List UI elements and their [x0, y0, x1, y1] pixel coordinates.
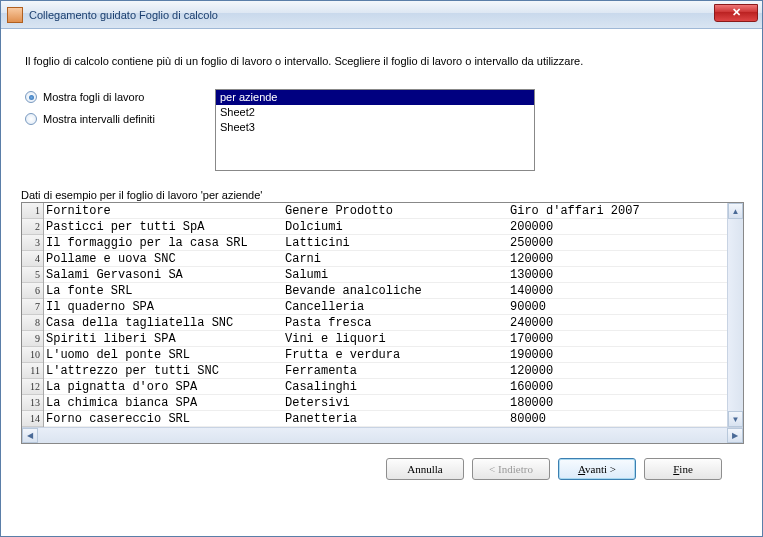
row-header: 2: [22, 219, 43, 235]
cell: L'attrezzo per tutti SNC: [44, 363, 283, 378]
cell: Fornitore: [44, 203, 283, 218]
back-button[interactable]: < Indietro: [472, 458, 550, 480]
next-button[interactable]: Avanti >: [558, 458, 636, 480]
table-row: L'attrezzo per tutti SNCFerramenta120000: [44, 363, 727, 379]
table-row: Forno casereccio SRLPanetteria80000: [44, 411, 727, 427]
row-header: 4: [22, 251, 43, 267]
radio-show-ranges[interactable]: Mostra intervalli definiti: [25, 113, 185, 125]
cell: Casa della tagliatella SNC: [44, 315, 283, 330]
scroll-right-icon[interactable]: ▶: [727, 428, 743, 443]
cell: 180000: [508, 395, 727, 410]
cell: Ferramenta: [283, 363, 508, 378]
cell: 250000: [508, 235, 727, 250]
close-button[interactable]: ✕: [714, 4, 758, 22]
data-cells: FornitoreGenere ProdottoGiro d'affari 20…: [44, 203, 727, 427]
cell: 80000: [508, 411, 727, 426]
cell: Il formaggio per la casa SRL: [44, 235, 283, 250]
cell: Genere Prodotto: [283, 203, 508, 218]
row-header: 8: [22, 315, 43, 331]
row-header: 10: [22, 347, 43, 363]
cell: Giro d'affari 2007: [508, 203, 727, 218]
row-header: 3: [22, 235, 43, 251]
app-icon: [7, 7, 23, 23]
instruction-text: Il foglio di calcolo contiene più di un …: [25, 55, 742, 67]
sheet-list-item[interactable]: Sheet2: [216, 105, 534, 120]
cell: 120000: [508, 251, 727, 266]
sample-data-grid: 1234567891011121314 FornitoreGenere Prod…: [21, 202, 744, 444]
cell: 200000: [508, 219, 727, 234]
sheet-list-item[interactable]: Sheet3: [216, 120, 534, 135]
scroll-up-icon[interactable]: ▲: [728, 203, 743, 219]
cell: Latticini: [283, 235, 508, 250]
row-header: 7: [22, 299, 43, 315]
cell: Il quaderno SPA: [44, 299, 283, 314]
finish-button[interactable]: Fine: [644, 458, 722, 480]
sheet-listbox[interactable]: per aziendeSheet2Sheet3: [215, 89, 535, 171]
table-row: Spiriti liberi SPAVini e liquori170000: [44, 331, 727, 347]
wizard-footer: Annulla < Indietro Avanti > Fine: [21, 444, 742, 480]
cell: 120000: [508, 363, 727, 378]
sheet-list-item[interactable]: per aziende: [216, 90, 534, 105]
row-header: 12: [22, 379, 43, 395]
cell: Casalinghi: [283, 379, 508, 394]
row-header: 11: [22, 363, 43, 379]
vertical-scrollbar[interactable]: ▲ ▼: [727, 203, 743, 427]
cell: Vini e liquori: [283, 331, 508, 346]
cell: 190000: [508, 347, 727, 362]
sample-data-label: Dati di esempio per il foglio di lavoro …: [21, 189, 742, 201]
cell: 240000: [508, 315, 727, 330]
cell: Pasta fresca: [283, 315, 508, 330]
cell: 140000: [508, 283, 727, 298]
row-header: 13: [22, 395, 43, 411]
cell: 160000: [508, 379, 727, 394]
cell: Carni: [283, 251, 508, 266]
cell: Bevande analcoliche: [283, 283, 508, 298]
window-title: Collegamento guidato Foglio di calcolo: [29, 9, 218, 21]
radio-show-worksheets[interactable]: Mostra fogli di lavoro: [25, 91, 185, 103]
cell: Frutta e verdura: [283, 347, 508, 362]
radio-show-worksheets-label: Mostra fogli di lavoro: [43, 91, 145, 103]
row-header: 14: [22, 411, 43, 427]
cell: 90000: [508, 299, 727, 314]
cell: La chimica bianca SPA: [44, 395, 283, 410]
cell: Dolciumi: [283, 219, 508, 234]
row-header: 1: [22, 203, 43, 219]
cell: Panetteria: [283, 411, 508, 426]
cell: Cancelleria: [283, 299, 508, 314]
table-row: L'uomo del ponte SRLFrutta e verdura1900…: [44, 347, 727, 363]
cell: 170000: [508, 331, 727, 346]
radio-dot-icon: [25, 91, 37, 103]
row-headers: 1234567891011121314: [22, 203, 44, 427]
table-row: Il quaderno SPACancelleria90000: [44, 299, 727, 315]
cell: L'uomo del ponte SRL: [44, 347, 283, 362]
table-row: Pasticci per tutti SpADolciumi200000: [44, 219, 727, 235]
table-row: Il formaggio per la casa SRLLatticini250…: [44, 235, 727, 251]
cell: Forno casereccio SRL: [44, 411, 283, 426]
title-bar: Collegamento guidato Foglio di calcolo ✕: [1, 1, 762, 29]
scroll-left-icon[interactable]: ◀: [22, 428, 38, 443]
cell: Pasticci per tutti SpA: [44, 219, 283, 234]
row-header: 5: [22, 267, 43, 283]
table-row: FornitoreGenere ProdottoGiro d'affari 20…: [44, 203, 727, 219]
row-header: 6: [22, 283, 43, 299]
row-header: 9: [22, 331, 43, 347]
table-row: Casa della tagliatella SNCPasta fresca24…: [44, 315, 727, 331]
cell: Detersivi: [283, 395, 508, 410]
options-row: Mostra fogli di lavoro Mostra intervalli…: [25, 89, 742, 171]
cell: La pignatta d'oro SPA: [44, 379, 283, 394]
scroll-down-icon[interactable]: ▼: [728, 411, 743, 427]
cell: Spiriti liberi SPA: [44, 331, 283, 346]
cell: Pollame e uova SNC: [44, 251, 283, 266]
horizontal-scrollbar[interactable]: ◀ ▶: [22, 427, 743, 443]
radio-show-ranges-label: Mostra intervalli definiti: [43, 113, 155, 125]
table-row: La pignatta d'oro SPACasalinghi160000: [44, 379, 727, 395]
cell: Salami Gervasoni SA: [44, 267, 283, 282]
table-row: Pollame e uova SNCCarni120000: [44, 251, 727, 267]
cell: La fonte SRL: [44, 283, 283, 298]
radio-dot-icon: [25, 113, 37, 125]
table-row: La fonte SRLBevande analcoliche140000: [44, 283, 727, 299]
cancel-button[interactable]: Annulla: [386, 458, 464, 480]
table-row: Salami Gervasoni SASalumi130000: [44, 267, 727, 283]
wizard-content: Il foglio di calcolo contiene più di un …: [1, 29, 762, 488]
cell: 130000: [508, 267, 727, 282]
